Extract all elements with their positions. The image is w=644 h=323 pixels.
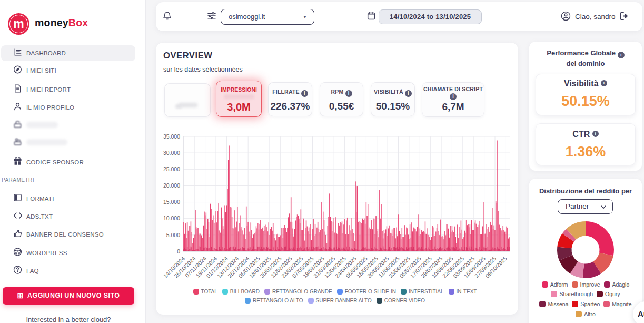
svg-text:0: 0 <box>177 248 180 255</box>
svg-text:15.000: 15.000 <box>163 199 180 205</box>
svg-text:30.000: 30.000 <box>163 150 180 156</box>
svg-text:35.000: 35.000 <box>163 133 180 140</box>
svg-text:20.000: 20.000 <box>163 182 180 189</box>
svg-text:10.000: 10.000 <box>163 215 180 221</box>
svg-text:5.000: 5.000 <box>166 232 180 238</box>
svg-text:25.000: 25.000 <box>163 166 180 172</box>
